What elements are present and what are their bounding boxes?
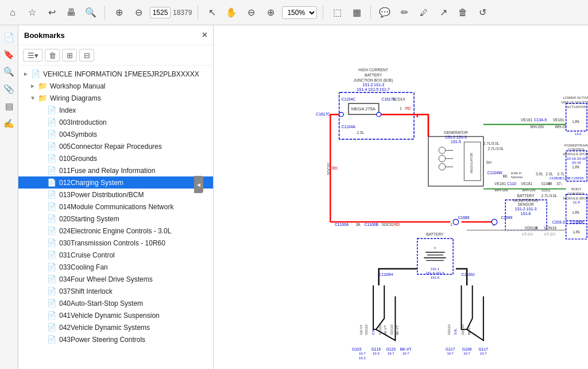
intro-label: 003Introduction	[59, 118, 107, 126]
snapshot-icon[interactable]: ⬚	[329, 5, 345, 21]
tree-item-013power[interactable]: 📄 013Power Distribution/BCM	[18, 189, 213, 201]
print-icon[interactable]: 🖶	[63, 5, 79, 21]
tree-item-004symbols[interactable]: 📄 004Symbols	[18, 128, 213, 140]
tree-item-024engine[interactable]: 📄 024Electronic Engine Controls - 3.0L	[18, 225, 213, 237]
tree-item-020starting[interactable]: 📄 020Starting System	[18, 213, 213, 225]
tree-item-012charging[interactable]: 📄 012Charging System	[18, 176, 213, 189]
tree-item-003intro[interactable]: 📄 003Introduction	[18, 116, 213, 128]
sidebar-close-button[interactable]: ×	[202, 30, 207, 40]
svg-text:ends in: ends in	[511, 171, 522, 175]
zoom-out-icon[interactable]: ⊖	[243, 5, 259, 21]
svg-text:G117: G117	[479, 347, 489, 351]
svg-text:1S1-6: 1S1-6	[431, 276, 439, 279]
tree-item-index[interactable]: 📄 Index	[18, 104, 213, 116]
layers-panel-icon[interactable]: ▤	[2, 99, 17, 114]
bookmark-menu-button[interactable]: ☰▾	[23, 49, 42, 62]
tree-item-011fuse[interactable]: 📄 011Fuse and Relay Information	[18, 164, 213, 176]
document-panel-icon[interactable]: 📄	[2, 30, 17, 45]
zoom-in-icon[interactable]: ⊕	[262, 5, 278, 21]
svg-text:1S1-2 1S1-3: 1S1-2 1S1-3	[362, 83, 384, 87]
left-panel-icons: 📄 🔖 🔍 📎 ▤ ✍	[0, 25, 18, 369]
fuse-icon: 📄	[47, 166, 56, 175]
vehicle-info-label: VEHICLE INFORMATION 1FMEE5JR2PLBXXXXX	[43, 70, 199, 78]
svg-point-145	[492, 219, 497, 225]
svg-text:GD110: GD110	[365, 324, 368, 335]
sep2	[198, 6, 198, 20]
svg-text:13-2: 13-2	[575, 132, 582, 136]
nav-down-icon[interactable]: ⊖	[130, 5, 146, 21]
magnify-icon[interactable]: 🔍	[83, 5, 99, 21]
page-input[interactable]	[150, 7, 171, 18]
workshop-icon: 📁	[38, 82, 47, 90]
svg-text:LIN: LIN	[573, 229, 580, 235]
comment-icon[interactable]: 💬	[377, 5, 393, 21]
svg-text:2.7L/3.0L: 2.7L/3.0L	[541, 194, 558, 198]
vehicle-info-icon: 📄	[31, 70, 40, 78]
svg-text:C1100B: C1100B	[365, 222, 379, 226]
wiring-label: Wiring Diagrams	[50, 94, 101, 102]
undo-icon[interactable]: ↺	[474, 5, 490, 21]
intro-icon: 📄	[47, 118, 56, 126]
attachments-panel-icon[interactable]: 📎	[2, 82, 17, 97]
svg-text:G103: G103	[352, 347, 362, 351]
back-icon[interactable]: ↩	[44, 5, 60, 21]
svg-text:37↓: 37↓	[556, 182, 563, 186]
bookmarks-panel-icon[interactable]: 🔖	[2, 47, 17, 62]
tree-item-005connector[interactable]: 📄 005Connector Repair Procedures	[18, 140, 213, 152]
svg-text:1: 1	[450, 222, 452, 226]
sep3	[323, 6, 323, 20]
tree-item-041vehicle[interactable]: 📄 041Vehicle Dynamic Suspension	[18, 309, 213, 321]
svg-text:22-16 23-16: 22-16 23-16	[567, 156, 586, 160]
tree-item-033cooling[interactable]: 📄 033Cooling Fan	[18, 261, 213, 273]
resize-handle[interactable]: ◄	[194, 176, 203, 193]
svg-text:1S1-4 1S1-5: 1S1-4 1S1-5	[425, 271, 444, 275]
tree-item-wiring-diagrams[interactable]: ▼ 📁 Wiring Diagrams	[18, 92, 213, 104]
hand-tool-icon[interactable]: ✋	[223, 5, 239, 21]
svg-text:BATTERY: BATTERY	[517, 194, 535, 198]
cursor-tool-icon[interactable]: ↖	[204, 5, 220, 21]
grounds-icon: 📄	[47, 154, 56, 163]
tree-item-vehicle-info[interactable]: ► 📄 VEHICLE INFORMATION 1FMEE5JR2PLBXXXX…	[18, 68, 213, 80]
tree-item-042vehicle[interactable]: 📄 042Vehicle Dynamic Systems	[18, 321, 213, 333]
nav-up-icon[interactable]: ⊕	[111, 5, 127, 21]
tree-item-034fwd[interactable]: 📄 034Four Wheel Drive Systems	[18, 273, 213, 285]
tree-item-037shift[interactable]: 📄 037Shift Interlock	[18, 285, 213, 297]
touchup-icon[interactable]: ▦	[349, 5, 365, 21]
highlight-icon[interactable]: 🖊	[416, 5, 432, 21]
diagram-area: HIGH CURRENT BATTERY JUNCTION BOX (BJB) …	[214, 25, 588, 369]
tree-item-043power[interactable]: 📄 043Power Steering Controls	[18, 333, 213, 345]
tree-item-014module[interactable]: 📄 014Module Communications Network	[18, 201, 213, 213]
bookmark-icon[interactable]: ☆	[24, 5, 40, 21]
index-icon: 📄	[47, 106, 56, 114]
home-icon[interactable]: ⌂	[5, 5, 21, 21]
svg-text:LOWER ACTIVE: LOWER ACTIVE	[563, 95, 588, 99]
svg-text:C1551B: C1551B	[571, 176, 583, 180]
autostart-label: 040Auto-Start-Stop System	[59, 299, 143, 308]
svg-text:10-7: 10-7	[447, 352, 454, 355]
svg-text:GD-VT: GD-VT	[359, 324, 363, 335]
search-panel-icon[interactable]: 🔍	[2, 64, 17, 79]
symbols-label: 004Symbols	[59, 130, 97, 139]
svg-text:C1617C: C1617C	[316, 112, 330, 116]
grounds-label: 010Grounds	[59, 155, 97, 163]
pencil-icon[interactable]: ✏	[396, 5, 412, 21]
diagram-content[interactable]: HIGH CURRENT BATTERY JUNCTION BOX (BJB) …	[214, 25, 588, 369]
export-icon[interactable]: ↗	[435, 5, 451, 21]
svg-text:C1104W: C1104W	[488, 171, 503, 175]
svg-text:HIGH CURRENT: HIGH CURRENT	[358, 68, 388, 72]
delete-bookmark-button[interactable]: 🗑	[45, 49, 60, 62]
tree-item-040autostart[interactable]: 📄 040Auto-Start-Stop System	[18, 297, 213, 309]
delete-icon[interactable]: 🗑	[455, 5, 471, 21]
dynamic-susp-icon: 📄	[47, 311, 56, 320]
svg-text:C13818: C13818	[550, 176, 561, 180]
collapse-all-button[interactable]: ⊟	[79, 49, 94, 62]
tree-item-031cruise[interactable]: 📄 031Cruise Control	[18, 249, 213, 261]
svg-text:C134-9: C134-9	[534, 118, 547, 122]
tree-item-workshop-manual[interactable]: ► 📁 Workshop Manual	[18, 80, 213, 92]
zoom-select[interactable]: 50% 75% 100% 125% 150% 200% 300%	[282, 6, 317, 19]
signatures-panel-icon[interactable]: ✍	[2, 116, 17, 131]
toolbar: ⌂ ☆ ↩ 🖶 🔍 ⊕ ⊖ 18379 ↖ ✋ ⊖ ⊕ 50% 75% 100%…	[0, 0, 588, 25]
tree-item-010grounds[interactable]: 📄 010Grounds	[18, 152, 213, 164]
expand-all-button[interactable]: ⊞	[62, 49, 77, 62]
tree-item-030trans[interactable]: 📄 030Transmission Controls - 10R60	[18, 237, 213, 249]
